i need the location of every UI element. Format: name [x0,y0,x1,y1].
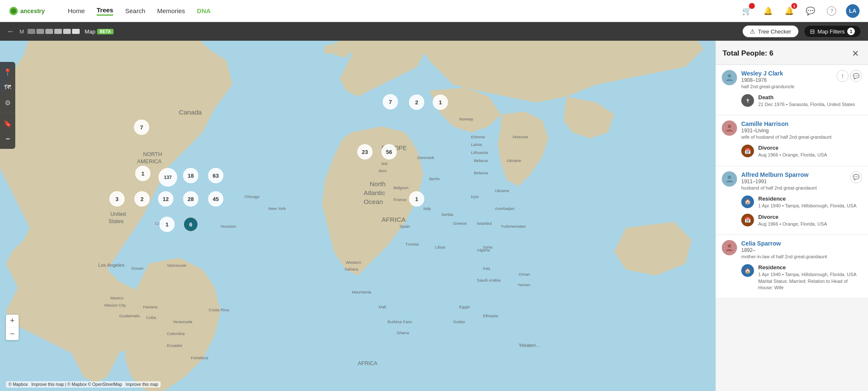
map-marker[interactable]: 45 [208,191,223,207]
event-type: Residence [758,264,862,271]
top-navigation: ancestry Home Trees Search Memories DNA … [0,0,868,22]
event-type: Residence [758,196,862,202]
event-type: Divorce [758,145,862,151]
nav-dna[interactable]: DNA [197,7,211,14]
person-actions: 💬 [850,171,862,183]
map-filters-button[interactable]: ⊟ Map Filters 1 [804,25,861,38]
map-marker[interactable]: 56 [381,144,397,159]
svg-text:Libya: Libya [435,245,445,249]
person-name[interactable]: Camille Harrison [741,120,858,127]
svg-text:Mexico City: Mexico City [104,303,126,307]
map-marker[interactable]: 7 [134,120,149,135]
filters-icon: ⊟ [810,28,815,35]
toolbar-title: M [19,28,80,35]
event-date-place: Aug 1966 • Orange, Florida, USA [758,221,862,227]
map-marker[interactable]: 63 [208,168,223,183]
svg-text:Costa Rica: Costa Rica [209,307,229,312]
event-details: Divorce Aug 1966 • Orange, Florida, USA [758,214,862,227]
svg-text:dom: dom [378,168,387,173]
svg-text:Iraq: Iraq [483,266,490,271]
person-action-0[interactable]: ! [837,70,849,82]
svg-text:AMERICA: AMERICA [137,159,162,165]
svg-text:Mexico: Mexico [110,296,124,300]
location-ctrl-btn[interactable]: 📍 [0,65,15,79]
more-ctrl-btn[interactable]: ••• [0,132,15,145]
map-marker[interactable]: 1 [433,95,448,110]
map-view-button[interactable]: Map BETA [85,28,114,35]
event-type: Death [758,94,862,101]
notification-button[interactable]: 🔔 1 [782,4,796,18]
message-button[interactable]: 💬 [804,4,817,18]
layers-ctrl-btn[interactable]: 🗺 [0,81,15,94]
svg-text:Lithuania: Lithuania [471,150,488,155]
map-marker[interactable]: 6 [183,217,198,232]
event-item: 🏠 Residence 1 Apr 1940 • Tampa, Hillsbor… [722,193,862,211]
nav-search[interactable]: Search [125,7,145,14]
color-block-3 [45,29,53,34]
color-block-6 [72,29,80,34]
event-icon: ✝ [741,94,754,107]
person-name[interactable]: Wesley J Clark [741,70,832,77]
cart-button[interactable]: 🛒 [740,4,754,18]
event-type: Divorce [758,214,862,220]
svg-text:Yemen: Yemen [517,282,530,287]
map-marker[interactable]: 3 [109,191,125,207]
sidebar: Total People: 6 ✕ Wesley J Clark 1908–19… [715,41,868,391]
ancestry-logo-svg: ancestry [8,3,55,19]
filter-ctrl-btn[interactable]: ⚙ [0,96,15,109]
person-action-1[interactable]: 💬 [850,70,862,82]
svg-text:United: United [110,211,126,217]
bell-button[interactable]: 🔔 [761,4,775,18]
map-marker[interactable]: 2 [134,191,150,207]
filter-count-badge: 1 [847,28,855,35]
map-filters-label: Map Filters [818,28,845,35]
avatar[interactable]: LA [846,4,860,18]
tree-checker-button[interactable]: ⚠ Tree Checker [743,25,798,37]
map-marker[interactable]: 23 [357,144,373,159]
map-marker[interactable]: 1 [159,217,175,232]
map-marker[interactable]: 1 [409,191,424,207]
zoom-in-button[interactable]: + [6,315,19,327]
nav-trees[interactable]: Trees [97,6,113,16]
bookmark-ctrl-btn[interactable]: 🔖 [0,117,15,130]
svg-text:Serbia: Serbia [441,212,453,217]
color-block-5 [63,29,71,34]
svg-text:Belgium: Belgium [393,185,409,190]
person-name[interactable]: Celia Sparrow [741,240,858,247]
map-marker[interactable]: 18 [183,168,198,183]
svg-text:Tunisia: Tunisia [406,242,419,246]
svg-point-1 [11,8,16,14]
filter-icon: ⚙ [5,99,11,107]
map-attribution-left: © Mapbox Improve this map | © Mapbox © O… [6,381,161,388]
map-marker[interactable]: 28 [183,191,198,207]
map-marker[interactable]: 12 [158,191,173,207]
map-marker[interactable]: 2 [409,95,424,110]
map-marker[interactable]: 137 [159,168,177,187]
person-action-0[interactable]: 💬 [850,171,862,183]
svg-text:Latvia: Latvia [471,142,482,147]
person-dates: 1892– [741,247,858,253]
svg-point-77 [728,244,731,248]
svg-text:Houston: Houston [220,224,236,229]
zoom-out-button[interactable]: − [6,327,19,340]
map-marker[interactable]: 1 [135,166,150,181]
back-button[interactable]: ← [7,27,14,36]
map-marker[interactable]: 7 [383,94,398,109]
person-avatar [722,120,737,136]
svg-text:Mali: Mali [378,304,386,309]
svg-text:Estonia: Estonia [471,134,485,139]
nav-home[interactable]: Home [68,7,85,14]
svg-text:ted: ted [381,161,387,166]
person-name[interactable]: Alfred Melburn Sparrow [741,171,846,178]
person-info: Alfred Melburn Sparrow 1911–1991 husband… [741,171,846,190]
event-date-place: 21 Dec 1976 • Sarasota, Florida, United … [758,101,862,107]
event-icon: 🏠 [741,196,754,208]
sidebar-close-button[interactable]: ✕ [849,47,861,59]
help-button[interactable]: ? [825,4,838,18]
person-relation: wife of husband of half 2nd great-granda… [741,134,858,140]
svg-text:Istanbul: Istanbul [477,221,491,226]
map-container[interactable]: Canada NORTH AMERICA North Atlantic Ocea… [0,41,715,391]
nav-memories[interactable]: Memories [157,7,185,14]
logo[interactable]: ancestry [8,3,55,19]
tree-checker-label: Tree Checker [758,28,791,35]
